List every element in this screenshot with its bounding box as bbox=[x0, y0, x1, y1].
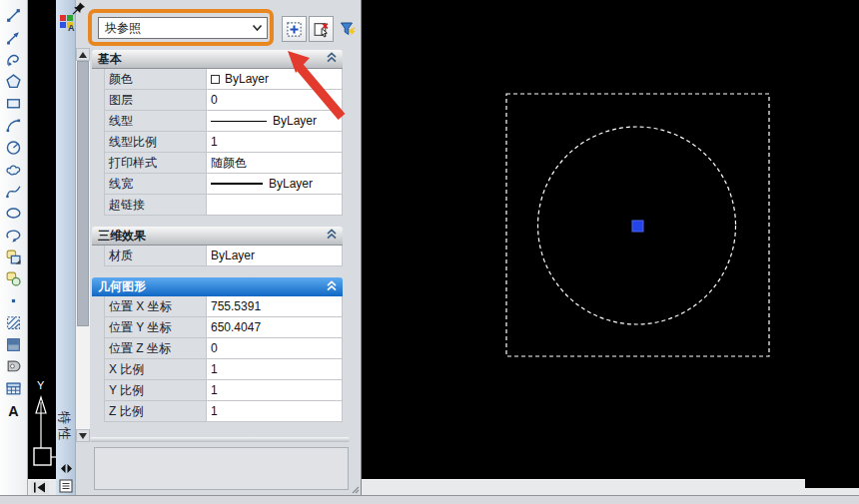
section-header[interactable]: 三维效果 bbox=[92, 227, 343, 246]
spline-icon[interactable] bbox=[3, 180, 25, 202]
property-row: Z 比例1 bbox=[105, 401, 342, 422]
property-label: 超链接 bbox=[105, 195, 206, 215]
ray-icon[interactable] bbox=[3, 26, 25, 48]
chevron-down-icon bbox=[252, 24, 263, 32]
property-value[interactable]: 1 bbox=[206, 380, 342, 400]
section-title: 几何图形 bbox=[98, 278, 326, 295]
drawing-canvas[interactable] bbox=[362, 0, 859, 479]
property-value-text: ByLayer bbox=[225, 72, 269, 86]
property-value-text: 1 bbox=[211, 135, 218, 149]
property-value[interactable]: 1 bbox=[206, 359, 342, 379]
line-icon[interactable] bbox=[3, 4, 25, 26]
property-value[interactable]: 1 bbox=[206, 132, 342, 152]
palette-menu-icon[interactable] bbox=[59, 479, 73, 493]
property-label: 位置 Y 坐标 bbox=[105, 317, 206, 337]
property-row: 材质ByLayer bbox=[105, 246, 342, 266]
property-row: 位置 Z 坐标0 bbox=[105, 338, 342, 359]
region-icon[interactable] bbox=[3, 355, 25, 377]
rectangle-icon[interactable] bbox=[3, 92, 25, 114]
scroll-down-button[interactable] bbox=[76, 429, 90, 442]
section-header[interactable]: 几何图形 bbox=[92, 277, 343, 296]
mtext-icon[interactable]: A bbox=[3, 399, 25, 421]
polygon-icon[interactable] bbox=[3, 70, 25, 92]
property-value[interactable]: 随颜色 bbox=[206, 153, 342, 173]
property-value[interactable]: 755.5391 bbox=[206, 296, 342, 316]
ucs-icon: Y bbox=[28, 0, 56, 479]
property-value[interactable]: 650.4047 bbox=[206, 317, 342, 337]
ucs-y-label: Y bbox=[37, 379, 45, 391]
property-label: 材质 bbox=[105, 246, 206, 265]
properties-palette-icon: A bbox=[59, 14, 75, 32]
circle-icon[interactable] bbox=[3, 136, 25, 158]
property-label: 图层 bbox=[105, 90, 206, 110]
table-icon[interactable] bbox=[3, 377, 25, 399]
object-type-dropdown[interactable]: 块参照 bbox=[98, 17, 268, 39]
gradient-icon[interactable] bbox=[3, 333, 25, 355]
description-panel bbox=[94, 447, 349, 490]
linetype-preview-icon bbox=[211, 121, 267, 122]
make-block-icon[interactable] bbox=[3, 267, 25, 289]
point-icon[interactable] bbox=[3, 289, 25, 311]
property-value[interactable] bbox=[206, 195, 342, 215]
property-value[interactable]: 1 bbox=[206, 401, 342, 421]
property-value-text: 1 bbox=[211, 362, 218, 376]
property-value[interactable]: ByLayer bbox=[206, 174, 342, 194]
ellipse-icon[interactable] bbox=[3, 202, 25, 224]
select-objects-button[interactable] bbox=[309, 16, 334, 42]
object-type-value: 块参照 bbox=[105, 20, 252, 37]
ellipse-arc-icon[interactable] bbox=[3, 224, 25, 246]
palette-scrollbar[interactable] bbox=[76, 48, 90, 442]
revision-cloud-icon[interactable] bbox=[3, 158, 25, 180]
autohide-icon[interactable] bbox=[60, 463, 73, 474]
property-label: 线宽 bbox=[105, 174, 206, 194]
draw-toolbar: A bbox=[0, 0, 28, 495]
toggle-pickadd-button[interactable] bbox=[282, 16, 307, 42]
property-row: Y 比例1 bbox=[105, 380, 342, 401]
property-value[interactable]: ByLayer bbox=[206, 246, 342, 265]
property-label: Y 比例 bbox=[105, 380, 206, 400]
center-grip bbox=[632, 221, 643, 232]
property-row: 超链接 bbox=[105, 195, 342, 216]
property-value-text: 650.4047 bbox=[211, 320, 261, 334]
property-value[interactable]: 0 bbox=[206, 338, 342, 358]
scroll-up-button[interactable] bbox=[76, 48, 90, 61]
property-label: 线型比例 bbox=[105, 132, 206, 152]
property-value-text: 随颜色 bbox=[211, 155, 247, 172]
scrollbar-corner bbox=[805, 479, 859, 488]
palette-splitter[interactable] bbox=[90, 437, 350, 442]
property-label: 位置 X 坐标 bbox=[105, 296, 206, 316]
section-title: 三维效果 bbox=[98, 228, 326, 245]
property-label: 线型 bbox=[105, 111, 206, 131]
scroll-left-button[interactable] bbox=[31, 481, 49, 494]
insert-block-icon[interactable] bbox=[3, 246, 25, 267]
collapse-chevron-icon[interactable] bbox=[326, 280, 338, 294]
property-value-text: 1 bbox=[211, 404, 218, 418]
property-label: 打印样式 bbox=[105, 153, 206, 173]
section: 三维效果材质ByLayer bbox=[92, 227, 343, 266]
property-value-text: 0 bbox=[211, 93, 218, 107]
polyline-icon[interactable] bbox=[3, 48, 25, 70]
arrow-up-icon bbox=[79, 52, 87, 58]
annotation-arrow bbox=[280, 44, 360, 129]
hatch-icon[interactable] bbox=[3, 311, 25, 333]
svg-text:A: A bbox=[68, 23, 75, 32]
palette-toolbar bbox=[282, 15, 360, 43]
section: 几何图形位置 X 坐标755.5391位置 Y 坐标650.4047位置 Z 坐… bbox=[92, 277, 343, 422]
resize-grip[interactable] bbox=[351, 485, 360, 494]
property-row: 位置 X 坐标755.5391 bbox=[105, 296, 342, 317]
drawing-area-left[interactable]: Y bbox=[28, 0, 56, 479]
collapse-chevron-icon[interactable] bbox=[326, 229, 338, 243]
property-value-text: 1 bbox=[211, 383, 218, 397]
window-bottom-bar bbox=[0, 495, 859, 504]
quick-select-button[interactable] bbox=[336, 16, 360, 42]
horizontal-scrollbar[interactable] bbox=[28, 479, 56, 495]
scrollbar-thumb[interactable] bbox=[77, 61, 89, 326]
property-value-text: ByLayer bbox=[269, 177, 313, 191]
horizontal-scrollbar-track[interactable] bbox=[362, 479, 859, 495]
arc-icon[interactable] bbox=[3, 114, 25, 136]
property-row: 线宽ByLayer bbox=[105, 174, 342, 195]
property-label: X 比例 bbox=[105, 359, 206, 379]
drawing-objects bbox=[362, 0, 859, 479]
svg-text:A: A bbox=[8, 402, 18, 418]
property-label: 位置 Z 坐标 bbox=[105, 338, 206, 358]
